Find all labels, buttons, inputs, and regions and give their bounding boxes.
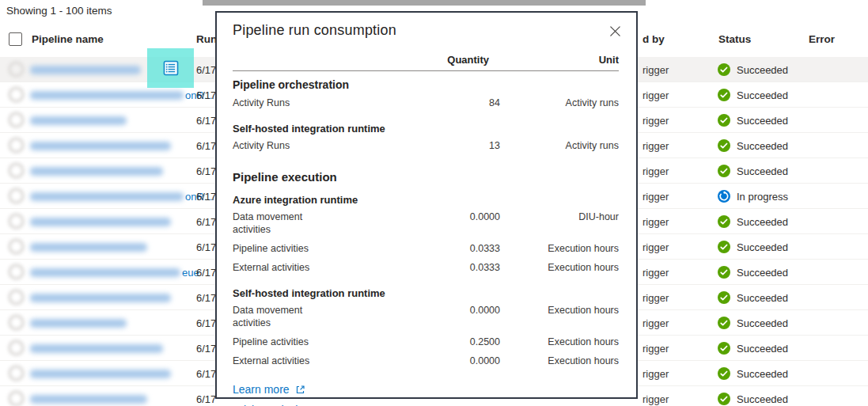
status-label: Succeeded — [737, 216, 788, 228]
triggered-by-fragment: rigger — [642, 317, 669, 329]
consumption-row-quantity: 0.0000 — [342, 304, 500, 329]
pipeline-name-redacted[interactable] — [30, 294, 171, 302]
consumption-row-label: Data movement activities — [233, 304, 342, 329]
consumption-section-title: Pipeline execution — [233, 170, 619, 184]
succeeded-icon — [718, 241, 730, 253]
triggered-by-fragment: rigger — [642, 241, 669, 253]
consumption-row-label: External activities — [233, 261, 342, 274]
consumption-row-label: External activities — [233, 355, 342, 367]
run-start-date: 6/17 — [196, 140, 216, 152]
row-checkbox-redacted[interactable] — [8, 264, 25, 280]
pipeline-name-redacted[interactable] — [30, 116, 127, 125]
consumption-section-title: Self-hosted integration runtime — [233, 287, 619, 299]
pipeline-name-redacted[interactable] — [30, 142, 171, 150]
status-label: In progress — [737, 191, 788, 203]
consumption-row-quantity: 0.2500 — [342, 336, 500, 348]
status-label: Succeeded — [737, 140, 788, 152]
pipeline-runs-screen: Showing 1 - 100 items Pipeline name Run … — [0, 0, 868, 406]
triggered-by-fragment: rigger — [642, 216, 669, 228]
row-checkbox-redacted[interactable] — [8, 365, 25, 381]
row-checkbox-redacted[interactable] — [8, 238, 25, 255]
row-checkbox-redacted[interactable] — [8, 314, 25, 331]
consumption-row: Activity Runs84Activity runs — [233, 93, 619, 112]
triggered-by-fragment: rigger — [642, 393, 669, 405]
run-start-date: 6/17 — [196, 343, 216, 355]
pipeline-name-redacted[interactable] — [30, 319, 127, 328]
row-checkbox-redacted[interactable] — [8, 162, 25, 179]
consumption-row-unit: DIU-hour — [500, 211, 619, 236]
learn-more-link[interactable]: Learn more — [233, 383, 305, 396]
row-checkbox-redacted[interactable] — [8, 137, 25, 154]
row-checkbox-redacted[interactable] — [8, 86, 25, 103]
column-header-run-start[interactable]: Run — [196, 33, 217, 45]
succeeded-icon — [718, 342, 730, 355]
succeeded-icon — [718, 317, 730, 329]
column-header-status[interactable]: Status — [718, 33, 751, 45]
consumption-sections: Pipeline orchestrationActivity Runs84Act… — [233, 71, 619, 406]
consumption-button-highlight — [147, 48, 194, 88]
run-start-date: 6/17 — [196, 191, 216, 203]
consumption-row: Pipeline activities0.0333Execution hours — [233, 239, 619, 258]
row-checkbox-redacted[interactable] — [8, 213, 25, 230]
run-start-date: 6/17 — [196, 292, 216, 304]
dialog-links: Learn morePricing calculator — [233, 383, 619, 406]
status-label: Succeeded — [737, 368, 788, 380]
consumption-row-unit: Execution hours — [500, 304, 619, 329]
status-label: Succeeded — [737, 317, 788, 329]
consumption-row-label: Activity Runs — [233, 97, 342, 109]
consumption-row-quantity: 0.0000 — [342, 355, 500, 367]
pipeline-name-redacted[interactable] — [30, 167, 163, 176]
pipeline-name-redacted[interactable] — [30, 243, 147, 252]
status-label: Succeeded — [737, 64, 788, 76]
consumption-row: Activity Runs13Activity runs — [233, 136, 619, 155]
consumption-row: Pipeline activities0.2500Execution hours — [233, 332, 619, 351]
column-header-triggered-by[interactable]: d by — [642, 33, 665, 45]
consumption-row-unit: Execution hours — [500, 336, 619, 348]
column-header-error[interactable]: Error — [809, 33, 835, 45]
pipeline-name-redacted[interactable] — [30, 344, 163, 353]
row-checkbox-redacted[interactable] — [8, 61, 25, 78]
succeeded-icon — [718, 114, 730, 127]
status-badge: Succeeded — [718, 317, 788, 329]
run-start-date: 6/17 — [196, 89, 216, 101]
triggered-by-fragment: rigger — [642, 165, 669, 177]
triggered-by-fragment: rigger — [642, 267, 669, 279]
in-progress-icon — [718, 190, 730, 203]
consumption-row-label: Pipeline activities — [233, 336, 342, 348]
status-badge: Succeeded — [718, 63, 788, 76]
row-checkbox-redacted[interactable] — [8, 289, 25, 305]
consumption-row-label: Data movement activities — [233, 211, 342, 236]
select-all-checkbox[interactable] — [9, 32, 22, 46]
status-badge: Succeeded — [718, 266, 788, 279]
consumption-row-label: Pipeline activities — [233, 242, 342, 255]
status-badge: Succeeded — [718, 215, 788, 228]
status-label: Succeeded — [737, 267, 788, 279]
column-header-pipeline-name[interactable]: Pipeline name — [32, 33, 104, 45]
pipeline-name-redacted[interactable] — [30, 192, 184, 201]
row-checkbox-redacted[interactable] — [8, 188, 25, 204]
pipeline-name-redacted[interactable] — [30, 395, 147, 404]
consumption-row-quantity: 84 — [342, 97, 500, 109]
run-start-date: 6/17 — [196, 393, 216, 405]
consumption-row-unit: Activity runs — [500, 97, 619, 109]
row-checkbox-redacted[interactable] — [8, 340, 25, 356]
consumption-report-icon[interactable] — [163, 60, 179, 76]
consumption-row-unit: Activity runs — [500, 139, 619, 152]
row-checkbox-redacted[interactable] — [8, 390, 25, 406]
close-button[interactable] — [606, 22, 624, 40]
status-badge: Succeeded — [718, 241, 788, 253]
status-badge: Succeeded — [718, 367, 788, 380]
pipeline-name-redacted[interactable] — [30, 91, 184, 100]
pipeline-name-redacted[interactable] — [30, 268, 180, 277]
pipeline-name-redacted[interactable] — [30, 66, 141, 74]
succeeded-icon — [718, 63, 730, 76]
row-checkbox-redacted[interactable] — [8, 112, 25, 128]
pipeline-name-redacted[interactable] — [30, 370, 171, 378]
pipeline-name-redacted[interactable] — [30, 218, 171, 226]
consumption-row-quantity: 13 — [342, 139, 500, 152]
triggered-by-fragment: rigger — [642, 89, 669, 101]
consumption-row-unit: Execution hours — [500, 261, 619, 274]
link-label: Learn more — [233, 383, 290, 396]
status-badge: Succeeded — [718, 114, 788, 127]
run-start-date: 6/17 — [196, 216, 216, 228]
